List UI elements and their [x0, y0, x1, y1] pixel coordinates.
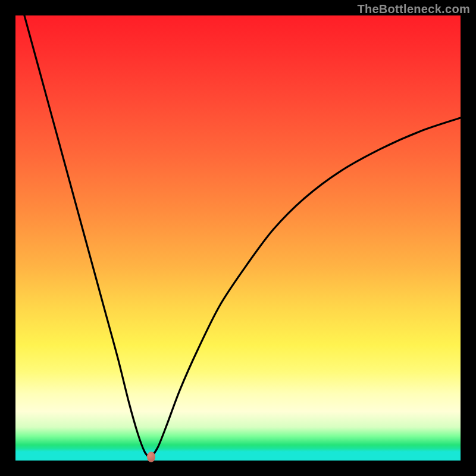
chart-frame: TheBottleneck.com [0, 0, 476, 476]
bottleneck-curve [15, 15, 461, 461]
optimum-marker [147, 452, 155, 462]
attribution-label: TheBottleneck.com [357, 2, 470, 16]
plot-area [15, 15, 461, 461]
